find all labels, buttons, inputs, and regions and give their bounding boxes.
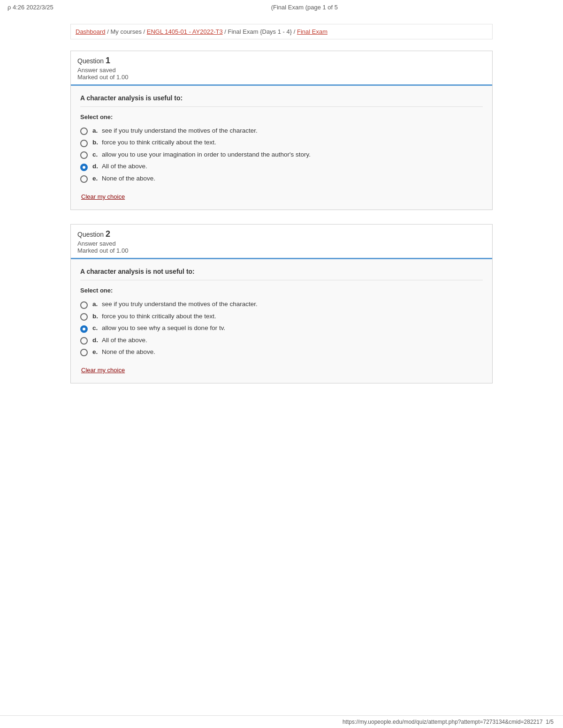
radio-1-c[interactable] — [80, 151, 89, 159]
option-letter-2-c: c. — [92, 324, 99, 331]
breadcrumb-final-exam[interactable]: Final Exam — [297, 28, 327, 35]
breadcrumb-sep2: / — [144, 28, 147, 35]
option-letter-2-a: a. — [92, 300, 99, 308]
radio-2-d[interactable] — [80, 337, 89, 345]
question-header-2: Question 2 Answer saved Marked out of 1.… — [71, 225, 492, 259]
option-letter-1-b: b. — [92, 139, 99, 146]
option-2-d[interactable]: d. All of the above. — [80, 335, 483, 346]
option-letter-1-d: d. — [92, 163, 99, 170]
option-text-1-d: All of the above. — [102, 163, 147, 170]
option-1-e[interactable]: e. None of the above. — [80, 173, 483, 185]
question-number-2: Question 2 — [77, 229, 486, 239]
radio-2-c[interactable] — [80, 325, 89, 332]
option-text-1-a: see if you truly understand the motives … — [102, 127, 258, 134]
question-body-2: A character analysis is not useful to: S… — [71, 259, 492, 383]
top-bar-left: ρ 4:26 2022/3/25 — [8, 4, 53, 11]
breadcrumb-sep4: / — [294, 28, 297, 35]
breadcrumb: Dashboard / My courses / ENGL 1405-01 - … — [70, 24, 493, 39]
option-text-2-a: see if you truly understand the motives … — [102, 300, 258, 308]
answer-saved-2: Answer saved — [77, 240, 486, 247]
option-2-b[interactable]: b. force you to think critically about t… — [80, 311, 483, 323]
option-text-2-c: allow you to see why a sequel is done fo… — [102, 324, 225, 331]
options-list-2: a. see if you truly understand the motiv… — [80, 299, 483, 358]
marked-out-1: Marked out of 1.00 — [77, 74, 486, 81]
option-1-b[interactable]: b. force you to think critically about t… — [80, 137, 483, 149]
breadcrumb-mycourses: My courses — [110, 28, 141, 35]
clear-choice-1[interactable]: Clear my choice — [81, 193, 125, 200]
question-body-1: A character analysis is useful to: Selec… — [71, 86, 492, 210]
radio-circle-1-e — [80, 175, 88, 183]
options-list-1: a. see if you truly understand the motiv… — [80, 125, 483, 185]
option-letter-1-c: c. — [92, 151, 99, 158]
radio-1-b[interactable] — [80, 139, 89, 147]
question-text-1: A character analysis is useful to: — [80, 94, 483, 107]
question-card-2: Question 2 Answer saved Marked out of 1.… — [70, 224, 493, 383]
option-letter-2-b: b. — [92, 313, 99, 320]
radio-1-a[interactable] — [80, 128, 89, 135]
radio-circle-2-c — [80, 325, 88, 333]
option-text-2-b: force you to think critically about the … — [102, 313, 216, 320]
option-letter-2-d: d. — [92, 337, 99, 344]
option-text-1-e: None of the above. — [102, 175, 155, 182]
radio-circle-2-d — [80, 337, 88, 345]
option-2-e[interactable]: e. None of the above. — [80, 346, 483, 358]
marked-out-2: Marked out of 1.00 — [77, 247, 486, 254]
option-text-2-e: None of the above. — [102, 348, 155, 355]
radio-1-e[interactable] — [80, 175, 89, 183]
radio-1-d[interactable] — [80, 163, 89, 171]
option-text-1-c: allow you to use your imagination in ord… — [102, 151, 311, 158]
question-card-1: Question 1 Answer saved Marked out of 1.… — [70, 51, 493, 210]
page-content: Dashboard / My courses / ENGL 1405-01 - … — [56, 15, 507, 407]
radio-circle-2-b — [80, 313, 88, 321]
breadcrumb-sep3: / — [224, 28, 228, 35]
select-one-label-1: Select one: — [80, 113, 483, 120]
top-bar: ρ 4:26 2022/3/25 (Final Exam (page 1 of … — [0, 0, 563, 15]
option-1-d[interactable]: d. All of the above. — [80, 161, 483, 173]
radio-circle-2-a — [80, 301, 88, 309]
radio-circle-1-c — [80, 151, 88, 159]
select-one-label-2: Select one: — [80, 287, 483, 294]
radio-2-e[interactable] — [80, 349, 89, 356]
radio-circle-2-e — [80, 349, 88, 356]
option-1-c[interactable]: c. allow you to use your imagination in … — [80, 149, 483, 161]
radio-circle-1-b — [80, 140, 88, 147]
option-2-c[interactable]: c. allow you to see why a sequel is done… — [80, 323, 483, 334]
option-1-a[interactable]: a. see if you truly understand the motiv… — [80, 125, 483, 137]
answer-saved-1: Answer saved — [77, 67, 486, 74]
breadcrumb-dashboard[interactable]: Dashboard — [76, 28, 106, 35]
top-bar-center: (Final Exam (page 1 of 5 — [271, 4, 338, 11]
breadcrumb-exam-days: Final Exam {Days 1 - 4} — [228, 28, 292, 35]
option-text-1-b: force you to think critically about the … — [102, 139, 216, 146]
question-text-2: A character analysis is not useful to: — [80, 268, 483, 280]
radio-circle-1-a — [80, 128, 88, 135]
breadcrumb-course[interactable]: ENGL 1405-01 - AY2022-T3 — [147, 28, 223, 35]
clear-choice-2[interactable]: Clear my choice — [81, 367, 125, 374]
question-header-1: Question 1 Answer saved Marked out of 1.… — [71, 51, 492, 86]
option-2-a[interactable]: a. see if you truly understand the motiv… — [80, 299, 483, 310]
option-text-2-d: All of the above. — [102, 337, 147, 344]
option-letter-2-e: e. — [92, 348, 99, 355]
option-letter-1-e: e. — [92, 175, 99, 182]
radio-circle-1-d — [80, 164, 88, 171]
option-letter-1-a: a. — [92, 127, 99, 134]
radio-2-b[interactable] — [80, 313, 89, 321]
question-number-1: Question 1 — [77, 56, 486, 66]
radio-2-a[interactable] — [80, 301, 89, 308]
